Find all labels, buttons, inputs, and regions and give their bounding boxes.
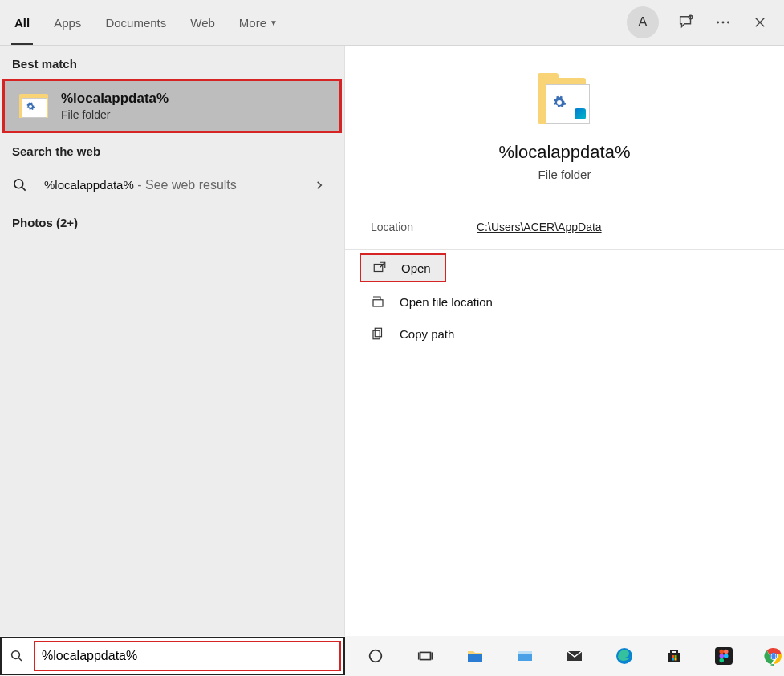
svg-line-13 xyxy=(18,658,22,661)
keyboard-app-icon[interactable] xyxy=(514,645,536,667)
svg-point-14 xyxy=(370,650,382,662)
web-result[interactable]: %localappdata% - See web results xyxy=(0,166,344,204)
location-value[interactable]: C:\Users\ACER\AppData xyxy=(477,221,602,233)
action-open-label: Open xyxy=(401,261,431,275)
tab-more-label: More xyxy=(239,16,266,30)
svg-point-6 xyxy=(14,180,23,188)
tab-more[interactable]: More ▼ xyxy=(239,0,278,45)
action-copy-path-label: Copy path xyxy=(400,327,454,341)
task-view-icon[interactable] xyxy=(414,645,437,667)
best-match-title: %localappdata% xyxy=(61,91,169,107)
open-icon xyxy=(372,261,387,275)
section-search-web: Search the web xyxy=(0,133,344,166)
svg-point-2 xyxy=(722,22,725,24)
search-input[interactable] xyxy=(42,649,339,663)
action-copy-path[interactable]: Copy path xyxy=(345,318,784,350)
svg-point-35 xyxy=(771,654,775,658)
web-result-text: %localappdata% - See web results xyxy=(44,178,237,192)
main-area: Best match %localappdata% File folder Se… xyxy=(0,46,784,636)
taskbar-tray xyxy=(345,645,784,667)
svg-rect-9 xyxy=(373,300,383,306)
search-icon xyxy=(12,177,28,193)
section-best-match: Best match xyxy=(0,46,344,79)
mail-icon[interactable] xyxy=(563,645,586,667)
photos-result[interactable]: Photos (2+) xyxy=(0,204,344,241)
web-result-query: %localappdata% xyxy=(44,178,134,192)
tab-documents[interactable]: Documents xyxy=(105,0,166,45)
search-input-highlight xyxy=(34,641,341,671)
cortana-icon[interactable] xyxy=(364,645,387,667)
svg-point-31 xyxy=(720,658,725,663)
results-panel: Best match %localappdata% File folder Se… xyxy=(0,46,345,636)
chevron-down-icon: ▼ xyxy=(270,18,278,27)
action-open-location-label: Open file location xyxy=(400,295,493,309)
svg-point-3 xyxy=(727,22,729,24)
svg-rect-8 xyxy=(374,265,383,272)
search-icon xyxy=(10,649,24,663)
tab-all[interactable]: All xyxy=(14,0,30,45)
svg-rect-15 xyxy=(420,652,431,659)
best-match-result[interactable]: %localappdata% File folder xyxy=(2,79,342,133)
chevron-right-icon xyxy=(314,180,325,191)
best-match-texts: %localappdata% File folder xyxy=(61,91,169,121)
search-scope-bar: All Apps Documents Web More ▼ A xyxy=(0,0,784,46)
folder-icon-large xyxy=(538,78,592,124)
preview-title: %localappdata% xyxy=(499,142,631,163)
feedback-icon[interactable] xyxy=(676,13,696,32)
edge-icon[interactable] xyxy=(613,645,636,667)
details-panel: %localappdata% File folder Location C:\U… xyxy=(345,46,784,636)
folder-location-icon xyxy=(371,294,385,309)
svg-rect-22 xyxy=(672,655,674,658)
user-avatar[interactable]: A xyxy=(627,6,659,38)
taskbar xyxy=(0,636,784,676)
svg-rect-25 xyxy=(675,658,677,661)
preview-subtitle: File folder xyxy=(538,168,591,181)
copy-icon xyxy=(371,326,385,341)
action-open-file-location[interactable]: Open file location xyxy=(345,285,784,318)
svg-rect-23 xyxy=(675,655,677,658)
svg-point-12 xyxy=(12,651,20,659)
file-explorer-icon[interactable] xyxy=(464,645,486,667)
topbar-right: A xyxy=(627,6,770,38)
chrome-icon[interactable] xyxy=(762,645,784,667)
store-icon[interactable] xyxy=(663,645,685,667)
svg-point-28 xyxy=(724,650,729,654)
svg-point-27 xyxy=(720,650,725,654)
web-result-suffix: - See web results xyxy=(134,178,237,192)
scope-tabs: All Apps Documents Web More ▼ xyxy=(14,0,278,45)
svg-point-1 xyxy=(717,22,719,24)
figma-icon[interactable] xyxy=(713,645,735,667)
svg-rect-10 xyxy=(375,328,381,337)
more-options-icon[interactable] xyxy=(713,13,733,32)
svg-line-7 xyxy=(22,188,26,191)
tab-apps[interactable]: Apps xyxy=(54,0,81,45)
svg-point-30 xyxy=(724,654,729,658)
tab-web[interactable]: Web xyxy=(190,0,215,45)
preview-block: %localappdata% File folder xyxy=(345,46,784,204)
best-match-subtitle: File folder xyxy=(61,108,169,121)
folder-icon xyxy=(19,94,48,118)
location-row: Location C:\Users\ACER\AppData xyxy=(345,204,784,250)
action-open[interactable]: Open xyxy=(360,253,446,282)
svg-point-29 xyxy=(720,654,725,658)
svg-rect-11 xyxy=(373,330,380,339)
actions-list: Open Open file location Copy path xyxy=(345,250,784,350)
search-box[interactable] xyxy=(0,637,345,675)
svg-rect-24 xyxy=(672,658,674,661)
close-icon[interactable] xyxy=(750,13,770,32)
svg-rect-19 xyxy=(518,651,532,654)
location-label: Location xyxy=(371,221,477,233)
